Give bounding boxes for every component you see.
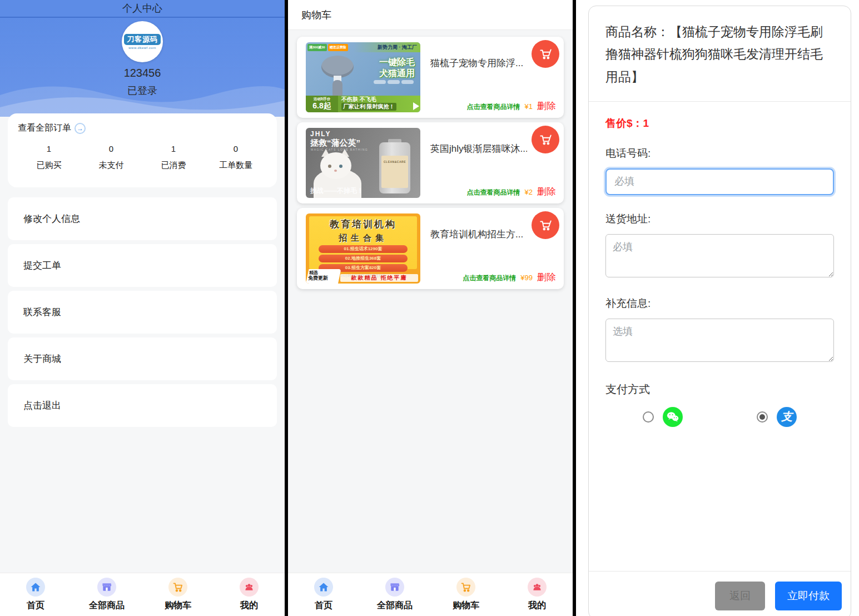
product-image: 教育培训机构 招生合集 01.招生话术1290套 02.地推招生368套 03.… (306, 213, 420, 284)
extra-info-textarea[interactable] (605, 319, 834, 362)
cart-badge-icon[interactable] (532, 40, 559, 68)
nav-label: 首页 (315, 600, 332, 612)
bottom-nav: 首页 全部商品 购物车 我的 (0, 573, 285, 616)
view-details-link[interactable]: 点击查看商品详情 (467, 188, 520, 197)
wechat-radio[interactable] (643, 411, 654, 423)
logo-text: 刀客源码 (124, 34, 161, 45)
shop-icon (385, 578, 404, 597)
view-all-orders[interactable]: 查看全部订单 → (18, 122, 267, 134)
nav-cart[interactable]: 购物车 (430, 573, 502, 616)
delete-button[interactable]: 删除 (537, 185, 556, 198)
product-title[interactable]: 猫梳子宠物专用除浮... (430, 57, 527, 69)
phone-input[interactable] (605, 168, 834, 195)
phone-label: 电话号码: (605, 146, 834, 161)
page-title: 购物车 (288, 0, 573, 30)
menu-item-contact-support[interactable]: 联系客服 (8, 291, 277, 334)
image-headline: 招生合集 (306, 233, 420, 244)
menu-item-submit-ticket[interactable]: 提交工单 (8, 244, 277, 287)
product-title[interactable]: 教育培训机构招生方... (430, 228, 527, 241)
image-banner-text: 新势力周 · 淘工厂 (354, 42, 420, 52)
wechat-pay-icon[interactable] (663, 407, 683, 427)
image-list-row: 01.招生话术1290套 (319, 245, 408, 253)
play-icon (413, 102, 419, 110)
payment-option-wechat[interactable] (605, 407, 720, 427)
stat-label: 已消费 (142, 160, 205, 171)
image-slogan: 不伤肤 不飞毛 (341, 96, 376, 103)
back-button[interactable]: 返回 (715, 582, 765, 610)
app: 个人中心 刀客源码 www.dkewf.com 123456 已登录 查看全部订… (0, 0, 859, 616)
nav-label: 首页 (27, 600, 44, 612)
item-price: ¥99 (520, 274, 533, 282)
item-price: ¥1 (525, 102, 533, 111)
product-title[interactable]: 英国jhly银渐层猫咪沐... (430, 142, 527, 155)
checkout-screen: 商品名称：【猫梳子宠物专用除浮毛刷撸猫神器针梳狗狗猫咪毛发清理开结毛用品】 售价… (576, 0, 859, 616)
cart-item[interactable]: 教育培训机构 招生合集 01.招生话术1290套 02.地推招生368套 03.… (297, 208, 564, 289)
nav-label: 全部商品 (89, 600, 125, 612)
cart-item[interactable]: JHLY 拯救“蒲公英” MAGIC CATS LOVE BATHING CLE… (297, 122, 564, 203)
payment-options: 支 (605, 407, 834, 427)
page-title: 个人中心 (0, 0, 285, 18)
view-details-link[interactable]: 点击查看商品详情 (467, 102, 520, 112)
image-headline: 教育培训机构 (306, 218, 420, 231)
stat-tickets[interactable]: 0 工单数量 (205, 144, 267, 171)
home-icon (26, 578, 45, 597)
stat-value: 0 (80, 144, 142, 153)
stat-unpaid[interactable]: 0 未支付 (80, 144, 142, 171)
cart-icon (168, 578, 187, 597)
orders-card: 查看全部订单 → 1 已购买 0 未支付 1 已消费 0 工单数量 (8, 113, 277, 187)
image-slogan: 厂家让利 限时疯抢！ (341, 103, 396, 111)
address-textarea[interactable] (605, 234, 834, 277)
logo-subtext: www.dkewf.com (128, 46, 156, 49)
nav-mine[interactable]: 我的 (502, 573, 573, 616)
stat-purchased[interactable]: 1 已购买 (18, 144, 80, 171)
alipay-radio[interactable] (757, 411, 768, 423)
stat-label: 未支付 (80, 160, 142, 171)
login-status: 已登录 (127, 84, 157, 97)
username: 123456 (124, 67, 161, 80)
home-icon (314, 578, 333, 597)
users-icon (240, 578, 259, 597)
bottom-nav: 首页 全部商品 购物车 我的 (288, 573, 573, 616)
cart-icon (456, 578, 475, 597)
nav-all-products[interactable]: 全部商品 (71, 573, 142, 616)
delete-button[interactable]: 删除 (537, 100, 556, 112)
image-headline: 一键除毛 (379, 57, 415, 68)
nav-cart[interactable]: 购物车 (142, 573, 213, 616)
stat-label: 工单数量 (205, 160, 267, 171)
pay-now-button[interactable]: 立即付款 (775, 582, 842, 610)
nav-label: 我的 (528, 600, 546, 612)
stat-consumed[interactable]: 1 已消费 (142, 144, 205, 171)
stat-value: 1 (142, 144, 205, 153)
image-price: 6.8起 (306, 101, 338, 110)
nav-mine[interactable]: 我的 (213, 573, 285, 616)
view-details-link[interactable]: 点击查看商品详情 (463, 274, 516, 283)
alipay-icon[interactable]: 支 (777, 407, 797, 427)
nav-home[interactable]: 首页 (0, 573, 71, 616)
image-price-note: 活动到手价 (306, 96, 338, 101)
cart-badge-icon[interactable] (532, 211, 559, 239)
checkout-card: 商品名称：【猫梳子宠物专用除浮毛刷撸猫神器针梳狗狗猫咪毛发清理开结毛用品】 售价… (588, 6, 851, 616)
image-list-row: 02.地推招生368套 (319, 255, 408, 262)
menu-item-about-mall[interactable]: 关于商城 (8, 337, 277, 380)
cart-item[interactable]: 满300减30 赠送运费险 新势力周 · 淘工厂 一键除毛 犬猫通用 活动到手价… (297, 37, 564, 118)
stat-value: 0 (205, 144, 267, 153)
cart-badge-icon[interactable] (532, 126, 559, 153)
product-name: 商品名称：【猫梳子宠物专用除浮毛刷撸猫神器针梳狗狗猫咪毛发清理开结毛用品】 (605, 21, 834, 88)
nav-home[interactable]: 首页 (288, 573, 359, 616)
avatar[interactable]: 刀客源码 www.dkewf.com (122, 21, 163, 62)
image-tag: 免费更新 (308, 275, 328, 282)
cart-screen: 购物车 满300减30 赠送运费险 新势力周 · 淘工厂 一键除毛 犬猫通用 (288, 0, 573, 616)
nav-label: 全部商品 (377, 600, 413, 612)
nav-all-products[interactable]: 全部商品 (359, 573, 430, 616)
menu-item-edit-profile[interactable]: 修改个人信息 (8, 197, 277, 240)
cart-list: 满300减30 赠送运费险 新势力周 · 淘工厂 一键除毛 犬猫通用 活动到手价… (288, 30, 573, 289)
payment-option-alipay[interactable]: 支 (720, 407, 835, 427)
image-headline: 拯救“蒲公英” (310, 138, 360, 148)
view-all-orders-label: 查看全部订单 (18, 122, 71, 134)
image-subline: MAGIC CATS LOVE BATHING (311, 148, 368, 151)
delete-button[interactable]: 删除 (537, 271, 556, 284)
menu-item-logout[interactable]: 点击退出 (8, 384, 277, 427)
arrow-right-icon[interactable]: → (75, 123, 86, 134)
image-badge: 满300减30 (307, 44, 327, 51)
product-image: 满300减30 赠送运费险 新势力周 · 淘工厂 一键除毛 犬猫通用 活动到手价… (306, 42, 420, 112)
